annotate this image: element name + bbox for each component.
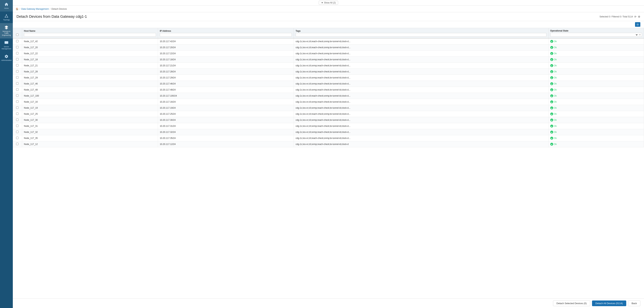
filter-icon: ⊟ [637,23,639,26]
row-tags: cdg-1c;ios-xr;cli;snmp;reach-check;te-tu… [294,63,548,69]
col-tags: Tags [294,28,548,38]
settings-button[interactable]: ⚙ [638,15,640,18]
row-ip: 10.20.117.22/24 [158,51,294,57]
detach-selected-button[interactable]: Detach Selected Devices (0) [553,300,590,306]
row-checkbox[interactable] [16,143,18,145]
status-ok-icon: ▲ [550,131,553,134]
row-checkbox-cell [13,105,22,111]
status-ok-icon: ▲ [550,52,553,55]
row-hostname: Node_117_35 [22,135,158,141]
row-checkbox[interactable] [16,82,18,85]
row-checkbox[interactable] [16,88,18,91]
tags-filter-input[interactable] [296,33,546,37]
row-checkbox-cell [13,111,22,117]
row-checkbox[interactable] [16,52,18,54]
row-checkbox[interactable] [16,94,18,97]
row-checkbox[interactable] [16,70,18,73]
row-hostname: Node_117_28 [22,69,158,75]
sidebar: Home Topology Services & Traffic Enginee… [0,0,13,308]
row-checkbox[interactable] [16,76,18,79]
row-state: ▲ Ok [548,105,644,111]
detach-all-button[interactable]: Detach All Devices (5114) [592,300,626,306]
row-ip: 10.20.117.28/24 [158,69,294,75]
sidebar-item-device[interactable]: Device Management [0,39,13,52]
status-ok-icon: ▲ [550,137,553,140]
row-checkbox[interactable] [16,137,18,139]
row-tags: cdg-1c;ios-xr;cli;snmp;reach-check;te-tu… [294,141,548,147]
row-checkbox[interactable] [16,106,18,109]
row-checkbox-cell [13,99,22,105]
row-checkbox[interactable] [16,64,18,67]
row-state: ▲ Ok [548,87,644,93]
table-container[interactable]: Host Name IP Address Tags [13,28,644,298]
row-ip: 10.20.117.31/24 [158,123,294,129]
row-checkbox[interactable] [16,125,18,127]
col-ip: IP Address [158,28,294,38]
status-ok-label: Ok [554,107,557,109]
row-checkbox-cell [13,141,22,147]
status-ok-icon: ▲ [550,119,553,122]
table-row: Node_117_12 10.20.117.12/24 cdg-1c;ios-x… [13,141,644,147]
svg-rect-6 [4,41,8,44]
back-button[interactable]: Back [628,300,640,306]
row-ip: 10.20.117.42/24 [158,38,294,45]
row-checkbox[interactable] [16,131,18,133]
header-stats: Selected 0 / Filtered 0 / Total 5114 [600,16,633,18]
col-hostname: Host Name [22,28,158,38]
status-ok-label: Ok [554,101,557,103]
table-row: Node_117_42 10.20.117.42/24 cdg-1c;ios-x… [13,38,644,45]
breadcrumb-parent[interactable]: Data Gateway Management [21,8,48,10]
select-all-checkbox[interactable] [16,34,18,36]
admin-icon [4,54,8,59]
table-row: Node_117_16 10.20.117.16/24 cdg-1c;ios-x… [13,99,644,105]
row-tags: cdg-1c;ios-xr;cli;snmp;reach-check;te-tu… [294,69,548,75]
row-checkbox-cell [13,63,22,69]
sidebar-item-services[interactable]: Services & Traffic Engineering [0,23,13,39]
row-checkbox[interactable] [16,100,18,103]
filter-button[interactable]: ⊟ [635,22,640,27]
row-checkbox[interactable] [16,46,18,48]
row-checkbox[interactable] [16,119,18,121]
status-ok-icon: ▲ [550,64,553,67]
svg-line-3 [5,15,6,17]
breadcrumb-sep-1: / [20,8,20,10]
row-checkbox[interactable] [16,40,18,42]
row-state: ▲ Ok [548,111,644,117]
table-row: Node_117_32 10.20.117.32/24 cdg-1c;ios-x… [13,129,644,135]
status-ok-label: Ok [554,76,557,79]
sidebar-item-administration[interactable]: Administration [0,52,13,64]
table-row: Node_117_22 10.20.117.22/24 cdg-1c;ios-x… [13,51,644,57]
ip-filter-input[interactable] [160,33,292,37]
topology-icon [4,14,8,18]
row-checkbox[interactable] [16,113,18,115]
sidebar-label-topology: Topology [3,19,10,21]
state-filter-select[interactable]: Ok Down [551,34,638,36]
status-ok-label: Ok [554,137,557,139]
row-checkbox-cell [13,129,22,135]
home-icon [4,2,8,7]
row-state: ▲ Ok [548,123,644,129]
table-row: Node_117_100 10.20.117.100/24 cdg-1c;ios… [13,93,644,99]
home-icon[interactable]: 🏠 [16,8,18,10]
state-filter-clear[interactable]: ✕ [639,33,641,36]
row-tags: cdg-1c;ios-xr;cli;snmp;reach-check;te-tu… [294,57,548,63]
row-hostname: Node_117_48 [22,87,158,93]
hostname-filter-input[interactable] [24,33,156,37]
breadcrumb-current: Detach Devices [52,8,67,10]
row-tags: cdg-1c;ios-xr;cli;reach-check;snmp;te-tu… [294,45,548,51]
row-ip: 10.20.117.21/24 [158,63,294,69]
sidebar-item-home[interactable]: Home [0,0,13,12]
row-tags: cdg-1c;ios-xr;cli;snmp;reach-check;te-tu… [294,99,548,105]
row-hostname: Node_117_22 [22,51,158,57]
row-ip: 10.20.117.19/24 [158,105,294,111]
row-hostname: Node_117_42 [22,38,158,45]
row-tags: cdg-1c;ios-xr;cli;snmp;reach-check;te-tu… [294,81,548,87]
status-ok-icon: ▲ [550,82,553,85]
sidebar-label-device: Device Management [1,46,12,50]
status-ok-label: Ok [554,113,557,115]
show-all-button[interactable]: ▼ Show All (2) [319,1,338,5]
row-checkbox[interactable] [16,58,18,61]
sidebar-item-topology[interactable]: Topology [0,12,13,23]
refresh-button[interactable]: ⟳ [634,15,636,18]
row-ip: 10.20.117.29/24 [158,75,294,81]
